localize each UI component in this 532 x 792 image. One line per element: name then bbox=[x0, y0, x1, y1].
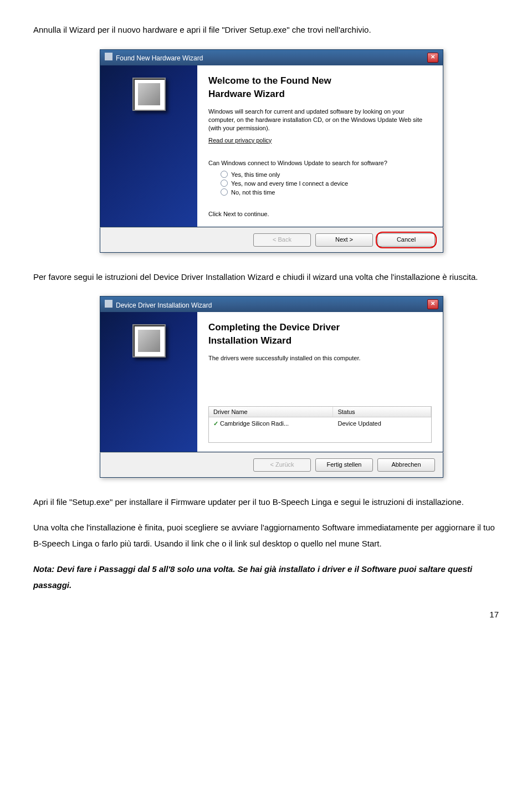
note-paragraph: Nota: Devi fare i Passaggi dal 5 all'8 s… bbox=[33, 561, 499, 593]
radio-option-1[interactable]: Yes, this time only bbox=[221, 171, 432, 178]
table-header: Driver Name Status bbox=[209, 407, 431, 417]
wizard-subheading: Installation Wizard bbox=[208, 335, 432, 346]
wizard-heading: Completing the Device Driver bbox=[208, 322, 432, 333]
back-button: < Back bbox=[253, 233, 311, 247]
device-driver-installation-wizard: Device Driver Installation Wizard ✕ Comp… bbox=[100, 296, 443, 477]
radio-label: No, not this time bbox=[231, 189, 275, 196]
hardware-icon bbox=[132, 78, 166, 111]
radio-option-2[interactable]: Yes, now and every time I connect a devi… bbox=[221, 180, 432, 187]
wizard-content: Completing the Device Driver Installatio… bbox=[197, 312, 443, 451]
window-icon bbox=[105, 300, 112, 308]
driver-status-cell: Device Updated bbox=[334, 419, 431, 428]
next-button[interactable]: Next > bbox=[315, 233, 373, 247]
wizard-subheading: Hardware Wizard bbox=[208, 89, 432, 100]
driver-table: Driver Name Status ✓Cambridge Silicon Ra… bbox=[208, 406, 432, 443]
wizard-footer: < Back Next > Cancel bbox=[100, 227, 443, 253]
wizard-content: Welcome to the Found New Hardware Wizard… bbox=[197, 65, 443, 227]
paragraph-4: Una volta che l'installazione è finita, … bbox=[33, 520, 499, 551]
window-title: Found New Hardware Wizard bbox=[116, 54, 203, 62]
paragraph-1: Annulla il Wizard per il nuovo hardware … bbox=[33, 22, 499, 38]
driver-name-cell: Cambridge Silicon Radi... bbox=[220, 420, 289, 427]
radio-label: Yes, this time only bbox=[231, 171, 280, 178]
cancel-button[interactable]: Abbrechen bbox=[377, 458, 435, 472]
window-icon bbox=[105, 53, 112, 60]
radio-label: Yes, now and every time I connect a devi… bbox=[231, 180, 348, 187]
table-row: ✓Cambridge Silicon Radi... Device Update… bbox=[209, 417, 431, 430]
radio-icon bbox=[221, 188, 228, 196]
cancel-button[interactable]: Cancel bbox=[377, 233, 435, 247]
finish-button[interactable]: Fertig stellen bbox=[315, 458, 373, 472]
back-button: < Zurück bbox=[253, 458, 311, 472]
wizard-heading: Welcome to the Found New bbox=[208, 75, 432, 86]
titlebar: Device Driver Installation Wizard ✕ bbox=[100, 296, 443, 312]
window-title: Device Driver Installation Wizard bbox=[116, 302, 212, 309]
wizard-footer: < Zurück Fertig stellen Abbrechen bbox=[100, 452, 443, 478]
close-icon[interactable]: ✕ bbox=[427, 299, 438, 309]
paragraph-3: Apri il file "Setup.exe" per installare … bbox=[33, 494, 499, 510]
col-status: Status bbox=[333, 407, 431, 417]
hardware-icon bbox=[132, 324, 166, 357]
wizard-sidebar bbox=[100, 65, 197, 227]
wizard-question: Can Windows connect to Windows Update to… bbox=[208, 159, 432, 167]
found-new-hardware-wizard: Found New Hardware Wizard ✕ Welcome to t… bbox=[100, 49, 443, 253]
page-number: 17 bbox=[33, 610, 499, 619]
radio-icon bbox=[221, 171, 228, 178]
check-icon: ✓ bbox=[213, 420, 218, 427]
col-driver-name: Driver Name bbox=[209, 407, 333, 417]
wizard-sidebar bbox=[100, 312, 197, 451]
wizard-description: Windows will search for current and upda… bbox=[208, 108, 432, 133]
radio-icon bbox=[221, 180, 228, 187]
radio-option-3[interactable]: No, not this time bbox=[221, 188, 432, 196]
privacy-link[interactable]: Read our privacy policy bbox=[208, 136, 272, 145]
titlebar: Found New Hardware Wizard ✕ bbox=[100, 49, 443, 65]
wizard-description: The drivers were successfully installed … bbox=[208, 354, 432, 362]
close-icon[interactable]: ✕ bbox=[427, 53, 438, 63]
paragraph-2: Per favore segui le istruzioni del Devic… bbox=[33, 269, 499, 285]
continue-text: Click Next to continue. bbox=[208, 210, 432, 218]
